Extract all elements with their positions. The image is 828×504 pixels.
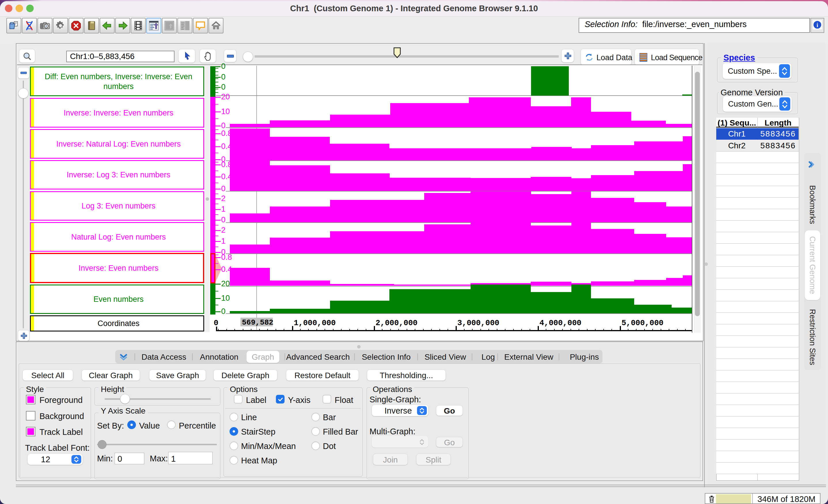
svg-text:i: i — [817, 22, 818, 28]
